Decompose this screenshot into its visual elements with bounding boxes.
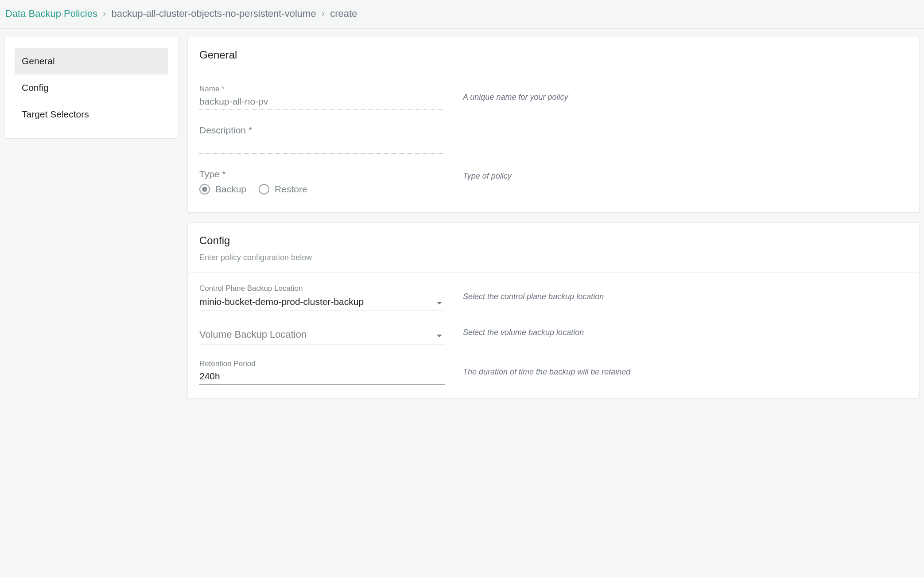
- type-help: Type of policy: [463, 169, 908, 181]
- radio-unselected-icon: [259, 184, 269, 195]
- volume-backup-help: Select the volume backup location: [463, 326, 908, 337]
- side-nav: General Config Target Selectors: [4, 37, 179, 139]
- type-radio-backup[interactable]: Backup: [199, 184, 246, 195]
- type-label: Type *: [199, 169, 445, 179]
- radio-label: Backup: [215, 184, 246, 195]
- sidenav-item-config[interactable]: Config: [15, 74, 168, 101]
- general-card: General Name * A unique name for your po…: [187, 37, 920, 213]
- retention-input[interactable]: [199, 369, 445, 385]
- general-title: General: [199, 49, 908, 61]
- radio-selected-icon: [199, 184, 210, 195]
- control-plane-label: Control Plane Backup Location: [199, 284, 445, 293]
- volume-backup-select[interactable]: Volume Backup Location: [199, 326, 445, 344]
- breadcrumb-sep-icon: ›: [103, 8, 106, 19]
- name-input[interactable]: [199, 94, 445, 110]
- control-plane-select[interactable]: minio-bucket-demo-prod-cluster-backup: [199, 294, 445, 311]
- type-radio-group: Backup Restore: [199, 184, 445, 195]
- name-help: A unique name for your policy: [463, 85, 908, 102]
- type-radio-restore[interactable]: Restore: [259, 184, 307, 195]
- sidenav-item-target-selectors[interactable]: Target Selectors: [15, 101, 168, 128]
- sidenav-item-general[interactable]: General: [15, 48, 168, 74]
- breadcrumb: Data Backup Policies › backup-all-cluste…: [0, 0, 924, 29]
- retention-label: Retention Period: [199, 359, 445, 368]
- breadcrumb-sep-icon: ›: [322, 8, 325, 19]
- breadcrumb-mid[interactable]: backup-all-cluster-objects-no-persistent…: [111, 8, 316, 19]
- description-input[interactable]: [199, 138, 445, 154]
- description-label: Description *: [199, 125, 445, 136]
- config-title: Config: [199, 234, 908, 247]
- breadcrumb-root[interactable]: Data Backup Policies: [5, 8, 97, 19]
- breadcrumb-leaf: create: [330, 8, 357, 19]
- radio-label: Restore: [275, 184, 307, 195]
- config-card: Config Enter policy configuration below …: [187, 222, 920, 398]
- retention-help: The duration of time the backup will be …: [463, 359, 908, 377]
- config-subtitle: Enter policy configuration below: [199, 253, 908, 262]
- control-plane-help: Select the control plane backup location: [463, 284, 908, 301]
- name-label: Name *: [199, 85, 445, 94]
- description-help: [463, 125, 908, 133]
